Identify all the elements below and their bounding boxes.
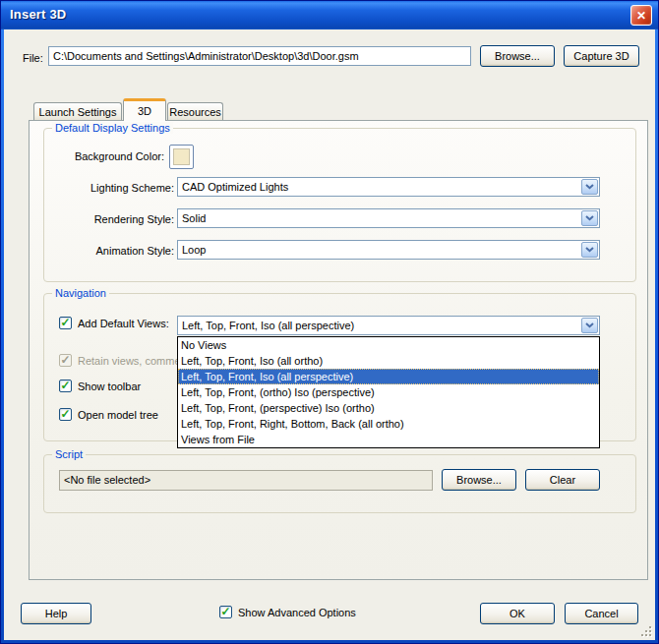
- retain-views-checkbox: ✓: [59, 354, 72, 367]
- chevron-down-icon[interactable]: [581, 242, 598, 258]
- capture-3d-button[interactable]: Capture 3D: [564, 45, 639, 67]
- check-icon: ✓: [60, 354, 70, 366]
- animation-style-value: Loop: [182, 244, 579, 256]
- animation-style-select[interactable]: Loop: [177, 240, 600, 260]
- add-default-views-select[interactable]: Left, Top, Front, Iso (all perspective): [177, 316, 600, 335]
- script-clear-button[interactable]: Clear: [525, 469, 600, 491]
- lighting-scheme-select[interactable]: CAD Optimized Lights: [177, 177, 600, 197]
- retain-views-label: Retain views, commen: [78, 355, 187, 367]
- tab-panel-3d: Default Display Settings Background Colo…: [29, 120, 648, 580]
- chevron-down-icon[interactable]: [581, 318, 598, 333]
- check-icon: ✓: [60, 380, 70, 391]
- script-file-field: <No file selected>: [59, 470, 433, 491]
- check-icon: ✓: [60, 317, 70, 328]
- background-color-swatch: [173, 148, 190, 165]
- group-title-script: Script: [52, 448, 86, 460]
- lighting-scheme-label: Lighting Scheme:: [30, 182, 174, 194]
- add-default-views-checkbox-row[interactable]: ✓ Add Default Views:: [59, 317, 169, 329]
- show-advanced-options-checkbox[interactable]: ✓: [219, 606, 232, 618]
- show-toolbar-checkbox[interactable]: ✓: [59, 380, 72, 392]
- open-model-tree-label: Open model tree: [78, 409, 158, 421]
- dropdown-option[interactable]: Left, Top, Front, Iso (all ortho): [178, 353, 599, 369]
- cancel-button[interactable]: Cancel: [565, 603, 638, 624]
- dropdown-option[interactable]: Left, Top, Front, (ortho) Iso (perspecti…: [178, 384, 599, 400]
- ok-button[interactable]: OK: [480, 603, 555, 624]
- lighting-scheme-value: CAD Optimized Lights: [182, 181, 579, 193]
- dropdown-option[interactable]: No Views: [178, 337, 599, 353]
- chevron-down-icon[interactable]: [581, 210, 598, 226]
- dropdown-option[interactable]: Left, Top, Front, Right, Bottom, Back (a…: [178, 416, 599, 432]
- window-title: Insert 3D: [10, 7, 66, 22]
- default-views-dropdown-list: No Views Left, Top, Front, Iso (all orth…: [177, 336, 600, 448]
- group-title-display-settings: Default Display Settings: [52, 122, 173, 134]
- animation-style-label: Animation Style:: [30, 245, 174, 257]
- add-default-views-checkbox[interactable]: ✓: [59, 317, 72, 329]
- show-toolbar-checkbox-row[interactable]: ✓ Show toolbar: [59, 380, 141, 392]
- check-icon: ✓: [220, 606, 230, 617]
- show-advanced-options-row[interactable]: ✓ Show Advanced Options: [219, 606, 356, 618]
- insert-3d-dialog: Insert 3D ✕ File: Browse... Capture 3D L…: [0, 0, 659, 644]
- background-color-swatch-button[interactable]: [169, 145, 194, 169]
- help-button[interactable]: Help: [21, 603, 91, 624]
- retain-views-checkbox-row: ✓ Retain views, commen: [59, 354, 187, 367]
- rendering-style-label: Rendering Style:: [30, 213, 174, 225]
- tab-3d[interactable]: 3D: [123, 98, 166, 121]
- group-title-navigation: Navigation: [52, 287, 109, 299]
- open-model-tree-checkbox[interactable]: ✓: [59, 408, 72, 421]
- dialog-body: File: Browse... Capture 3D Launch Settin…: [4, 29, 655, 640]
- check-icon: ✓: [60, 408, 70, 420]
- chevron-down-icon[interactable]: [581, 179, 598, 195]
- add-default-views-label: Add Default Views:: [78, 318, 169, 329]
- rendering-style-select[interactable]: Solid: [177, 208, 600, 228]
- show-toolbar-label: Show toolbar: [78, 381, 141, 392]
- file-label: File:: [23, 52, 43, 64]
- dropdown-option-selected[interactable]: Left, Top, Front, Iso (all perspective): [178, 369, 599, 384]
- resize-grip[interactable]: [640, 625, 653, 638]
- show-advanced-options-label: Show Advanced Options: [238, 607, 356, 618]
- script-browse-button[interactable]: Browse...: [442, 469, 516, 491]
- titlebar[interactable]: Insert 3D ✕: [1, 1, 658, 29]
- close-icon: ✕: [636, 9, 646, 23]
- background-color-label: Background Color:: [30, 150, 164, 162]
- file-browse-button[interactable]: Browse...: [480, 45, 555, 67]
- add-default-views-value: Left, Top, Front, Iso (all perspective): [182, 320, 579, 331]
- tab-resources[interactable]: Resources: [167, 102, 223, 121]
- file-path-input[interactable]: [48, 46, 471, 66]
- close-button[interactable]: ✕: [630, 5, 652, 26]
- tab-launch-settings[interactable]: Launch Settings: [33, 102, 122, 121]
- dropdown-option[interactable]: Left, Top, Front, (perspective) Iso (ort…: [178, 400, 599, 416]
- dropdown-option[interactable]: Views from File: [178, 432, 599, 447]
- open-model-tree-checkbox-row[interactable]: ✓ Open model tree: [59, 408, 158, 421]
- rendering-style-value: Solid: [182, 212, 579, 224]
